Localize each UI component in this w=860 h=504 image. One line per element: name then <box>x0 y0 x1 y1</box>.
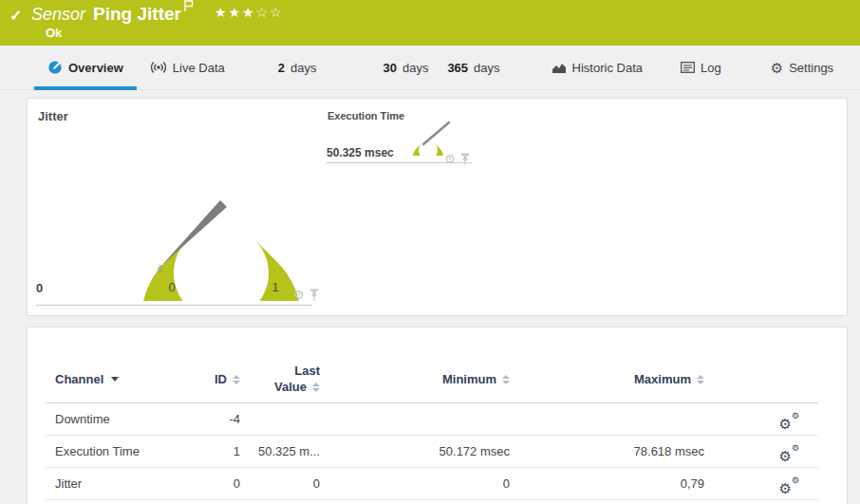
column-header-channel[interactable]: Channel <box>55 372 119 386</box>
gear-icon: ⚙ <box>792 444 799 453</box>
channel-table: Channel ID Last Value Minimum Maximum <box>28 327 847 500</box>
sort-icon <box>502 375 510 384</box>
gauge-mean-label: x̄ <box>158 264 162 274</box>
tab-label: Live Data <box>173 61 225 75</box>
priority-stars[interactable]: ★★★☆☆ <box>215 5 284 20</box>
sort-icon <box>312 383 320 392</box>
gear-icon: ⚙ <box>792 412 799 420</box>
channel-id: 0 <box>234 476 240 491</box>
pin-icon[interactable] <box>309 289 319 301</box>
exec-widget-controls: ⚙ <box>444 153 470 165</box>
channel-id: 1 <box>234 444 240 458</box>
column-header-last-value[interactable]: Last Value <box>274 364 320 396</box>
broadcast-icon <box>150 61 167 74</box>
jitter-current-value: 0 <box>36 281 43 295</box>
sensor-title-line: Sensor Ping Jitter ★★★☆☆ <box>31 4 284 25</box>
tab-30-days[interactable]: 30 days <box>383 46 428 89</box>
tab-label: Overview <box>68 61 123 75</box>
gear-icon: ⚙ <box>779 481 792 495</box>
tab-label: days <box>474 61 499 75</box>
tab-log[interactable]: Log <box>681 46 721 89</box>
jitter-widget-controls: ⚙ <box>293 289 319 301</box>
gear-icon: ⚙ <box>779 417 792 431</box>
tab-label: days <box>402 61 428 75</box>
exec-gauge-title: Execution Time <box>327 110 404 121</box>
gauges-panel: Jitter x̄ 0 1 0 ⚙ Execution Time 50.325 … <box>27 98 848 316</box>
tab-settings[interactable]: ⚙ Settings <box>771 46 833 89</box>
column-header-id[interactable]: ID <box>215 372 240 386</box>
exec-gauge <box>408 112 465 156</box>
tab-overview[interactable]: Overview <box>34 46 137 89</box>
log-icon <box>681 62 695 73</box>
channel-minimum: 50.172 msec <box>439 444 510 458</box>
sort-desc-icon <box>111 377 119 382</box>
gear-icon[interactable]: ⚙ <box>293 289 305 301</box>
channel-last-value: 50.325 m... <box>258 444 320 458</box>
sensor-name: Ping Jitter <box>93 4 181 25</box>
flag-icon[interactable] <box>184 0 194 16</box>
channel-maximum: 0,79 <box>681 476 704 491</box>
channel-minimum: 0 <box>503 476 510 491</box>
header-label: Minimum <box>442 372 496 386</box>
exec-current-value: 50.325 msec <box>327 146 394 159</box>
channel-last-value: 0 <box>313 476 320 491</box>
tab-label: days <box>290 61 316 75</box>
header-label: Maximum <box>634 372 691 386</box>
gauge-icon <box>47 60 63 75</box>
tab-live-data[interactable]: Live Data <box>150 46 225 89</box>
table-row: Execution Time 1 50.325 m... 50.172 msec… <box>46 436 818 468</box>
header-label: Value <box>274 380 307 396</box>
tab-number: 2 <box>278 61 285 75</box>
pin-icon[interactable] <box>460 153 470 165</box>
tab-label: Log <box>701 61 721 75</box>
tab-365-days[interactable]: 365 days <box>447 46 499 89</box>
sort-icon <box>233 375 240 384</box>
table-header-row: Channel ID Last Value Minimum Maximum <box>46 356 818 403</box>
channels-panel: Channel ID Last Value Minimum Maximum <box>27 327 848 504</box>
gauge-needle <box>162 200 227 265</box>
channel-id: -4 <box>229 412 240 426</box>
gauge-needle <box>423 122 449 144</box>
jitter-gauge-title: Jitter <box>38 109 68 123</box>
header-label: Last <box>294 364 320 380</box>
table-row: Downtime -4 ⚙ ⚙ <box>46 403 818 436</box>
widget-divider <box>36 305 312 306</box>
gear-icon: ⚙ <box>792 476 799 485</box>
header-label: Channel <box>55 372 103 386</box>
sort-icon <box>697 375 704 384</box>
channel-name[interactable]: Downtime <box>55 412 110 426</box>
gear-icon: ⚙ <box>771 61 783 75</box>
ok-check-icon: ✓ <box>9 7 22 25</box>
tab-label: Historic Data <box>572 61 643 75</box>
tab-number: 365 <box>447 61 468 75</box>
gauge-max-label: 1 <box>271 280 278 294</box>
channel-maximum: 78.618 msec <box>634 444 704 458</box>
channel-name[interactable]: Jitter <box>55 476 82 491</box>
gauge-min-label: 0 <box>168 280 175 294</box>
tab-bar: Overview Live Data 2 days 30 days 365 da… <box>0 46 860 90</box>
tab-number: 30 <box>383 61 396 75</box>
gear-icon[interactable]: ⚙ <box>444 153 456 165</box>
table-row: Jitter 0 0 0 0,79 ⚙ ⚙ <box>46 468 818 500</box>
column-header-maximum[interactable]: Maximum <box>634 372 704 386</box>
object-kind-label: Sensor <box>31 5 85 25</box>
jitter-gauge <box>100 109 343 301</box>
tab-label: Settings <box>789 61 833 75</box>
area-chart-icon <box>552 62 567 74</box>
status-text: Ok <box>46 26 62 40</box>
header-label: ID <box>215 372 227 386</box>
gauge-arc <box>413 143 444 156</box>
column-header-minimum[interactable]: Minimum <box>442 372 510 386</box>
tab-2-days[interactable]: 2 days <box>278 46 317 89</box>
status-banner: ✓ Sensor Ping Jitter ★★★☆☆ Ok <box>0 0 860 46</box>
tab-historic-data[interactable]: Historic Data <box>552 46 643 89</box>
channel-name[interactable]: Execution Time <box>55 444 140 458</box>
gear-icon: ⚙ <box>779 449 792 463</box>
